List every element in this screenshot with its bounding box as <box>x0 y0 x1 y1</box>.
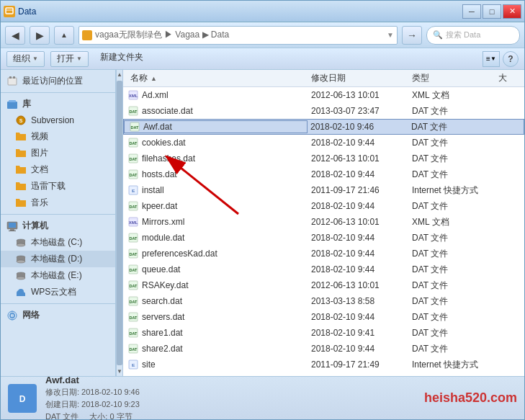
file-row[interactable]: DAT search.dat 2013-03-13 8:58 DAT 文件 <box>123 293 524 309</box>
back-button[interactable]: ◀ <box>5 26 25 45</box>
svg-rect-4 <box>13 76 15 79</box>
sidebar-divider-3 <box>1 303 115 304</box>
sidebar-item-drive-d[interactable]: 本地磁盘 (D:) <box>1 251 115 267</box>
minimize-button[interactable]: ─ <box>462 4 481 19</box>
subversion-icon: S <box>15 115 27 126</box>
col-header-type[interactable]: 类型 <box>409 72 495 84</box>
search-icon: 🔍 <box>433 30 443 40</box>
col-header-name[interactable]: 名称 ▲ <box>123 72 308 84</box>
file-row[interactable]: DAT kpeer.dat 2018-02-10 9:44 DAT 文件 <box>123 198 524 214</box>
file-row[interactable]: IE site 2011-09-17 21:49 Internet 快捷方式 <box>123 357 524 372</box>
sidebar-item-docs[interactable]: 文档 <box>1 161 115 178</box>
close-button[interactable]: ✕ <box>503 4 521 19</box>
file-row[interactable]: DAT share1.dat 2018-02-10 9:41 DAT 文件 <box>123 325 524 341</box>
svg-text:DAT: DAT <box>130 347 138 352</box>
cloud-icon <box>15 287 27 298</box>
file-row[interactable]: DAT hosts.dat 2018-02-10 9:44 DAT 文件 <box>123 166 524 182</box>
file-date: 2012-06-13 10:01 <box>308 153 409 164</box>
file-date: 2018-02-10 9:44 <box>308 201 409 211</box>
svg-text:IE: IE <box>132 189 135 193</box>
col-header-size[interactable]: 大 <box>495 72 524 84</box>
file-type: DAT 文件 <box>409 264 495 276</box>
sidebar-label-drive-e: 本地磁盘 (E:) <box>31 269 82 282</box>
folder-icon-pictures <box>15 148 27 159</box>
sidebar-item-subversion[interactable]: S Subversion <box>1 112 115 128</box>
file-type: DAT 文件 <box>409 327 495 339</box>
file-type: XML 文档 <box>409 89 495 102</box>
sidebar-item-pictures[interactable]: 图片 <box>1 145 115 161</box>
organize-button[interactable]: 组织 ▼ <box>6 51 45 67</box>
file-type: XML 文档 <box>409 216 495 228</box>
sidebar-item-recent[interactable]: 最近访问的位置 <box>1 73 115 89</box>
file-icon-dat: DAT <box>127 311 139 323</box>
sidebar-label-music: 音乐 <box>31 197 48 209</box>
computer-icon <box>6 220 18 232</box>
address-dropdown[interactable]: ▼ <box>387 31 394 39</box>
file-icon-url: IE <box>127 359 139 370</box>
sidebar-item-network[interactable]: 网络 <box>1 307 115 323</box>
file-row[interactable]: DAT RSAKey.dat 2012-06-13 10:01 DAT 文件 <box>123 277 524 293</box>
sidebar-scrollbar[interactable]: ▲ ▼ <box>116 70 123 376</box>
folder-icon-downloads <box>15 181 27 192</box>
file-type: DAT 文件 <box>409 248 495 260</box>
sidebar-label-docs: 文档 <box>31 164 48 176</box>
file-row[interactable]: DAT preferencesKad.dat 2018-02-10 9:44 D… <box>123 246 524 262</box>
maximize-button[interactable]: □ <box>483 4 501 19</box>
sidebar-item-drive-c[interactable]: 本地磁盘 (C:) <box>1 234 115 251</box>
sidebar-item-video[interactable]: 视频 <box>1 128 115 145</box>
file-icon-dat: DAT <box>127 295 139 307</box>
sidebar-item-downloads[interactable]: 迅雷下载 <box>1 178 115 195</box>
go-button[interactable]: → <box>402 26 422 45</box>
scroll-thumb[interactable] <box>117 81 122 365</box>
folder-icon-music <box>15 197 27 209</box>
file-row[interactable]: XML Ad.xml 2012-06-13 10:01 XML 文档 <box>123 87 524 103</box>
status-modified: 修改日期: 2018-02-10 9:46 <box>45 387 416 398</box>
help-button[interactable]: ? <box>503 51 519 67</box>
file-type: DAT 文件 <box>409 137 495 149</box>
status-type-size: DAT 文件 大小: 0 字节 <box>45 411 416 421</box>
svg-point-18 <box>17 260 25 263</box>
address-bar[interactable]: vagaa无限制绿色 ▶ Vagaa ▶ Data ▼ <box>78 26 398 45</box>
sidebar-item-computer-header[interactable]: 计算机 <box>1 218 115 234</box>
file-type: DAT 文件 <box>409 169 495 181</box>
sidebar-section-network: 网络 <box>1 307 115 323</box>
col-header-date[interactable]: 修改日期 <box>308 72 409 84</box>
file-row[interactable]: DAT associate.dat 2013-03-07 23:47 DAT 文… <box>123 103 524 119</box>
file-list-header: 名称 ▲ 修改日期 类型 大 <box>123 70 524 87</box>
file-row[interactable]: DAT filehashes.dat 2012-06-13 10:01 DAT … <box>123 151 524 166</box>
file-icon-dat: DAT <box>127 200 139 212</box>
sidebar-item-music[interactable]: 音乐 <box>1 195 115 211</box>
file-row[interactable]: XML Mirrors.xml 2012-06-13 10:01 XML 文档 <box>123 214 524 230</box>
svg-text:IE: IE <box>132 363 135 367</box>
svg-rect-25 <box>17 293 25 296</box>
window-icon <box>4 6 15 17</box>
file-name: filehashes.dat <box>142 153 195 164</box>
file-name: search.dat <box>142 296 182 306</box>
svg-rect-12 <box>9 231 16 231</box>
up-button[interactable]: ▲ <box>54 26 74 45</box>
sidebar-item-wps-cloud[interactable]: WPS云文档 <box>1 284 115 300</box>
sidebar-label-downloads: 迅雷下载 <box>31 180 66 192</box>
forward-button[interactable]: ▶ <box>30 26 50 45</box>
sidebar-item-drive-e[interactable]: 本地磁盘 (E:) <box>1 267 115 284</box>
file-row[interactable]: DAT share2.dat 2018-02-10 9:44 DAT 文件 <box>123 341 524 357</box>
file-date: 2018-02-10 9:44 <box>308 138 409 148</box>
open-button[interactable]: 打开 ▼ <box>50 51 89 67</box>
open-arrow: ▼ <box>76 55 82 62</box>
search-box[interactable]: 🔍 搜索 Data <box>426 26 520 45</box>
file-row[interactable]: DAT module.dat 2018-02-10 9:44 DAT 文件 <box>123 230 524 246</box>
file-row[interactable]: DAT queue.dat 2018-02-10 9:44 DAT 文件 <box>123 262 524 277</box>
file-date: 2011-09-17 21:46 <box>308 185 409 195</box>
file-row[interactable]: DAT Awf.dat 2018-02-10 9:46 DAT 文件 <box>123 119 524 135</box>
file-row[interactable]: IE install 2011-09-17 21:46 Internet 快捷方… <box>123 182 524 198</box>
file-row[interactable]: DAT cookies.dat 2018-02-10 9:44 DAT 文件 <box>123 135 524 151</box>
svg-text:D: D <box>19 394 26 404</box>
sidebar-label-library: 库 <box>22 98 31 110</box>
new-folder-button[interactable]: 新建文件夹 <box>94 51 149 67</box>
file-row[interactable]: DAT servers.dat 2018-02-10 9:44 DAT 文件 <box>123 309 524 325</box>
svg-point-21 <box>17 277 25 280</box>
title-bar: Data ─ □ ✕ <box>1 1 524 22</box>
sidebar-item-library-header[interactable]: 库 <box>1 96 115 112</box>
view-button[interactable]: ≡ ▼ <box>483 51 500 67</box>
sidebar-label-wps-cloud: WPS云文档 <box>31 286 76 298</box>
